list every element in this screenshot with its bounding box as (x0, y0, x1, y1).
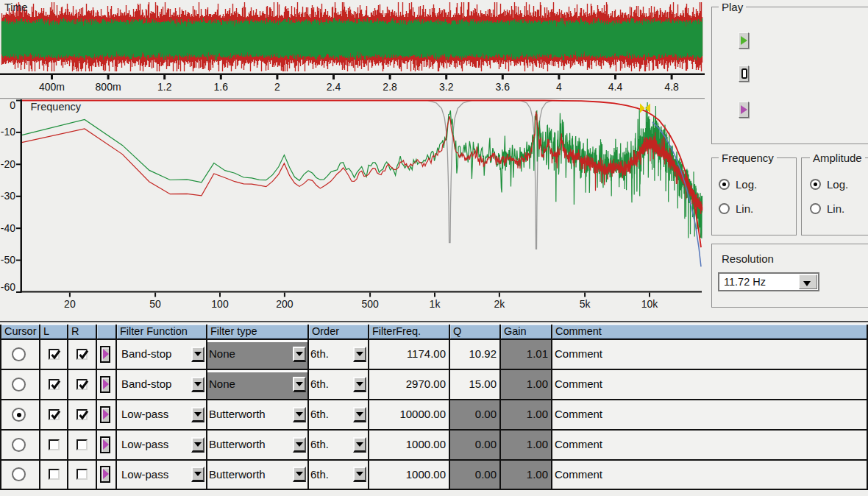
svg-text:5k: 5k (580, 298, 591, 310)
svg-text:4.8: 4.8 (664, 81, 679, 93)
svg-text:-50: -50 (1, 254, 15, 266)
svg-text:4.4: 4.4 (608, 81, 623, 93)
svg-text:2: 2 (274, 81, 280, 93)
svg-text:3.2: 3.2 (439, 81, 454, 93)
svg-text:-20: -20 (1, 158, 15, 170)
svg-text:-40: -40 (1, 222, 15, 234)
svg-text:1k: 1k (430, 298, 441, 310)
svg-text:1.6: 1.6 (214, 81, 229, 93)
svg-text:2k: 2k (494, 298, 506, 310)
svg-text:200: 200 (276, 298, 294, 310)
svg-text:-30: -30 (1, 190, 15, 202)
svg-text:800m: 800m (96, 81, 121, 93)
svg-text:50: 50 (149, 298, 161, 310)
svg-text:-60: -60 (1, 281, 15, 293)
svg-text:20: 20 (64, 298, 76, 310)
svg-text:0: 0 (10, 99, 15, 111)
svg-text:4: 4 (556, 81, 562, 93)
svg-text:400m: 400m (39, 81, 65, 93)
svg-text:Frequency: Frequency (31, 101, 82, 113)
svg-text:10k: 10k (641, 298, 659, 310)
svg-text:500: 500 (361, 298, 379, 310)
svg-text:2.4: 2.4 (327, 81, 341, 93)
svg-text:1.2: 1.2 (157, 81, 172, 93)
svg-text:2.8: 2.8 (383, 81, 397, 93)
svg-text:-10: -10 (1, 126, 15, 138)
svg-text:3.6: 3.6 (496, 81, 511, 93)
svg-text:Time: Time (4, 1, 28, 13)
svg-text:100: 100 (211, 298, 229, 310)
